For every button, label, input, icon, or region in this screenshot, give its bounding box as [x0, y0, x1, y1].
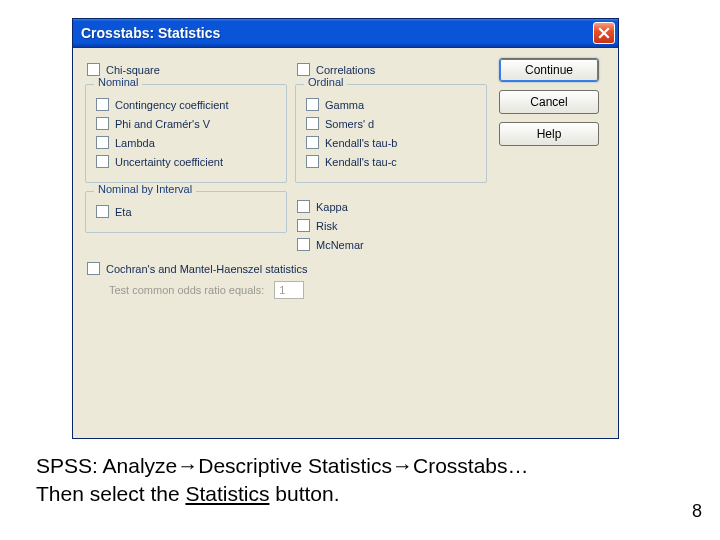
nominal-group: Nominal Contingency coefficient Phi and … [85, 84, 287, 183]
checkbox-label: Cochran's and Mantel-Haenszel statistics [106, 263, 307, 275]
checkbox-icon [96, 205, 109, 218]
kendalls-tau-b-checkbox[interactable]: Kendall's tau-b [306, 136, 480, 149]
checkbox-icon [96, 155, 109, 168]
checkbox-label: McNemar [316, 239, 364, 251]
close-button[interactable] [593, 22, 615, 44]
caption-underline: Statistics [185, 482, 269, 505]
checkbox-icon [306, 98, 319, 111]
caption-seg: SPSS: Analyze [36, 454, 177, 477]
checkbox-label: Gamma [325, 99, 364, 111]
somers-d-checkbox[interactable]: Somers' d [306, 117, 480, 130]
checkbox-label: Kendall's tau-c [325, 156, 397, 168]
checkbox-icon [297, 219, 310, 232]
checkbox-icon [306, 155, 319, 168]
caption-seg: Then select the [36, 482, 185, 505]
checkbox-icon [297, 63, 310, 76]
checkbox-icon [96, 136, 109, 149]
checkbox-label: Phi and Cramér's V [115, 118, 210, 130]
checkbox-label: Kendall's tau-b [325, 137, 397, 149]
titlebar[interactable]: Crosstabs: Statistics [73, 19, 618, 48]
checkbox-label: Kappa [316, 201, 348, 213]
caption-seg: Descriptive Statistics [198, 454, 392, 477]
checkbox-icon [297, 238, 310, 251]
help-button[interactable]: Help [499, 122, 599, 146]
chi-square-label: Chi-square [106, 64, 160, 76]
nominal-by-interval-legend: Nominal by Interval [94, 183, 196, 195]
correlations-label: Correlations [316, 64, 375, 76]
mcnemar-checkbox[interactable]: McNemar [297, 238, 493, 251]
nominal-by-interval-group: Nominal by Interval Eta [85, 191, 287, 233]
checkbox-label: Lambda [115, 137, 155, 149]
uncertainty-coefficient-checkbox[interactable]: Uncertainty coefficient [96, 155, 280, 168]
gamma-checkbox[interactable]: Gamma [306, 98, 480, 111]
checkbox-label: Somers' d [325, 118, 374, 130]
kappa-checkbox[interactable]: Kappa [297, 200, 493, 213]
odds-ratio-input [274, 281, 304, 299]
checkbox-icon [87, 63, 100, 76]
nominal-legend: Nominal [94, 76, 142, 88]
checkbox-icon [96, 98, 109, 111]
risk-checkbox[interactable]: Risk [297, 219, 493, 232]
arrow-icon: → [177, 454, 198, 477]
checkbox-label: Eta [115, 206, 132, 218]
kendalls-tau-c-checkbox[interactable]: Kendall's tau-c [306, 155, 480, 168]
correlations-checkbox[interactable]: Correlations [297, 63, 493, 76]
checkbox-label: Risk [316, 220, 337, 232]
crosstabs-statistics-dialog: Crosstabs: Statistics Chi-square [72, 18, 619, 439]
ordinal-group: Ordinal Gamma Somers' d Ke [295, 84, 487, 183]
eta-checkbox[interactable]: Eta [96, 205, 280, 218]
dialog-title: Crosstabs: Statistics [81, 25, 593, 41]
checkbox-icon [87, 262, 100, 275]
page-number: 8 [692, 501, 702, 522]
checkbox-icon [306, 136, 319, 149]
odds-ratio-label: Test common odds ratio equals: [109, 284, 264, 296]
caption-seg: Crosstabs… [413, 454, 529, 477]
checkbox-icon [96, 117, 109, 130]
continue-button[interactable]: Continue [499, 58, 599, 82]
lambda-checkbox[interactable]: Lambda [96, 136, 280, 149]
checkbox-icon [306, 117, 319, 130]
contingency-coefficient-checkbox[interactable]: Contingency coefficient [96, 98, 280, 111]
caption-seg: button. [269, 482, 339, 505]
chi-square-checkbox[interactable]: Chi-square [87, 63, 293, 76]
checkbox-label: Uncertainty coefficient [115, 156, 223, 168]
checkbox-label: Contingency coefficient [115, 99, 229, 111]
phi-cramers-v-checkbox[interactable]: Phi and Cramér's V [96, 117, 280, 130]
checkbox-icon [297, 200, 310, 213]
arrow-icon: → [392, 454, 413, 477]
ordinal-legend: Ordinal [304, 76, 347, 88]
cochran-mantel-haenszel-checkbox[interactable]: Cochran's and Mantel-Haenszel statistics [87, 262, 610, 275]
slide-caption: SPSS: Analyze→Descriptive Statistics→Cro… [36, 452, 529, 508]
close-icon [598, 27, 610, 39]
cancel-button[interactable]: Cancel [499, 90, 599, 114]
